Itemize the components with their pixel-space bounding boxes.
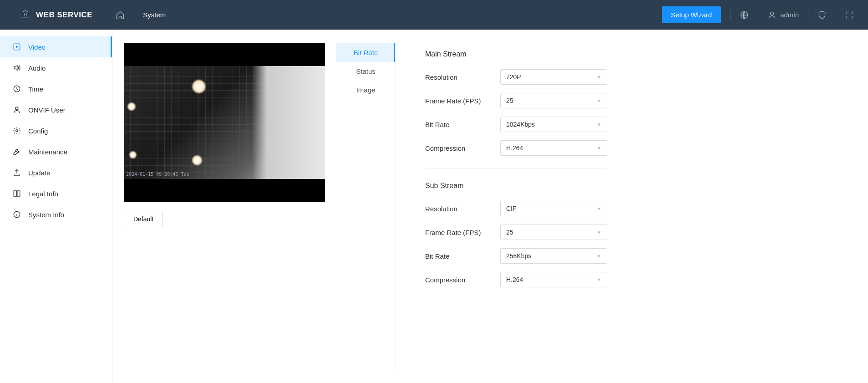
- sidebar-item-label: Legal Info: [28, 190, 58, 198]
- sidebar-item-legal[interactable]: Legal Info: [0, 183, 112, 204]
- header: WEB SERVICE System Setup Wizard admin: [0, 0, 868, 30]
- setup-wizard-button[interactable]: Setup Wizard: [662, 6, 721, 23]
- row-sub-fps: Frame Rate (FPS) 25 ▼: [425, 225, 607, 240]
- header-left: WEB SERVICE System: [20, 9, 173, 21]
- sidebar-item-onvif[interactable]: ONVIF User: [0, 99, 112, 120]
- chevron-down-icon: ▼: [597, 122, 601, 127]
- video-timestamp: 2024-01-15 09:20:46 Tue: [126, 172, 189, 177]
- wrench-icon: [13, 148, 21, 156]
- user-icon: [13, 106, 21, 114]
- sidebar-item-label: System Info: [28, 211, 64, 219]
- divider: [758, 10, 758, 20]
- select-main-resolution[interactable]: 720P ▼: [500, 69, 607, 85]
- shield-icon[interactable]: [817, 10, 827, 20]
- label-fps: Frame Rate (FPS): [425, 229, 500, 236]
- select-value: 25: [506, 97, 513, 104]
- chevron-down-icon: ▼: [597, 75, 601, 80]
- tabs-section: Bit Rate Status Image: [336, 43, 396, 369]
- default-button[interactable]: Default: [124, 211, 163, 227]
- row-sub-resolution: Resolution CIF ▼: [425, 201, 607, 216]
- select-value: H.264: [506, 144, 523, 152]
- chevron-down-icon: ▼: [597, 98, 601, 103]
- select-value: 256Kbps: [506, 252, 531, 260]
- content: 2024-01-15 09:20:46 Tue Default Bit Rate…: [112, 30, 868, 383]
- logo-text: WEB SERVICE: [36, 10, 92, 20]
- book-icon: [13, 189, 21, 198]
- divider: [808, 10, 808, 20]
- form-section: Main Stream Resolution 720P ▼ Frame Rate…: [407, 43, 625, 369]
- chevron-down-icon: ▼: [597, 277, 601, 282]
- tab-image[interactable]: Image: [336, 81, 395, 99]
- user-section[interactable]: admin: [767, 10, 799, 20]
- speaker-icon: [13, 64, 21, 72]
- select-main-bitrate[interactable]: 1024Kbps ▼: [500, 117, 607, 132]
- label-resolution: Resolution: [425, 205, 500, 213]
- tab-bitrate[interactable]: Bit Rate: [336, 43, 395, 62]
- chevron-down-icon: ▼: [597, 146, 601, 151]
- sidebar-item-label: Update: [28, 169, 50, 177]
- chevron-down-icon: ▼: [597, 206, 601, 211]
- video-feed: 2024-01-15 09:20:46 Tue: [124, 66, 325, 179]
- chevron-down-icon: ▼: [597, 230, 601, 235]
- sidebar-item-label: Time: [28, 85, 43, 93]
- header-right: Setup Wizard admin: [662, 6, 854, 23]
- sidebar-item-maintenance[interactable]: Maintenance: [0, 141, 112, 162]
- svg-point-1: [771, 12, 774, 15]
- row-main-compression: Compression H.264 ▼: [425, 140, 607, 156]
- label-fps: Frame Rate (FPS): [425, 97, 500, 105]
- row-main-fps: Frame Rate (FPS) 25 ▼: [425, 93, 607, 108]
- main-stream-title: Main Stream: [425, 50, 607, 58]
- select-value: 1024Kbps: [506, 121, 535, 128]
- logo-section: WEB SERVICE: [20, 9, 92, 21]
- select-value: 720P: [506, 73, 521, 81]
- svg-point-5: [16, 130, 18, 132]
- chevron-down-icon: ▼: [597, 254, 601, 259]
- main-layout: Video Audio Time ONVIF User Config Maint…: [0, 30, 868, 383]
- select-sub-resolution[interactable]: CIF ▼: [500, 201, 607, 216]
- sidebar-item-time[interactable]: Time: [0, 78, 112, 99]
- label-compression: Compression: [425, 144, 500, 152]
- row-main-resolution: Resolution 720P ▼: [425, 69, 607, 85]
- select-sub-compression[interactable]: H.264 ▼: [500, 272, 607, 287]
- sidebar-item-audio[interactable]: Audio: [0, 57, 112, 78]
- select-main-fps[interactable]: 25 ▼: [500, 93, 607, 108]
- row-sub-bitrate: Bit Rate 256Kbps ▼: [425, 248, 607, 264]
- upload-icon: [13, 169, 21, 177]
- video-preview: 2024-01-15 09:20:46 Tue: [124, 43, 325, 202]
- sidebar-item-update[interactable]: Update: [0, 162, 112, 183]
- select-value: H.264: [506, 276, 523, 283]
- sidebar-item-video[interactable]: Video: [0, 36, 112, 57]
- preview-section: 2024-01-15 09:20:46 Tue Default: [124, 43, 325, 369]
- globe-icon[interactable]: [740, 10, 749, 20]
- select-main-compression[interactable]: H.264 ▼: [500, 140, 607, 156]
- row-main-bitrate: Bit Rate 1024Kbps ▼: [425, 117, 607, 132]
- sidebar: Video Audio Time ONVIF User Config Maint…: [0, 30, 112, 383]
- gear-icon: [13, 127, 21, 135]
- divider: [104, 10, 104, 20]
- row-sub-compression: Compression H.264 ▼: [425, 272, 607, 287]
- tab-status[interactable]: Status: [336, 62, 395, 81]
- divider: [836, 10, 836, 20]
- sidebar-item-systeminfo[interactable]: System Info: [0, 204, 112, 225]
- sidebar-item-label: ONVIF User: [28, 106, 66, 114]
- select-sub-bitrate[interactable]: 256Kbps ▼: [500, 248, 607, 264]
- building-icon: [20, 9, 30, 21]
- select-value: CIF: [506, 205, 517, 212]
- nav-system[interactable]: System: [136, 11, 173, 19]
- sidebar-item-label: Video: [28, 43, 46, 51]
- info-icon: [13, 210, 21, 219]
- select-value: 25: [506, 229, 513, 236]
- select-sub-fps[interactable]: 25 ▼: [500, 225, 607, 240]
- svg-point-4: [15, 107, 18, 110]
- home-icon[interactable]: [116, 10, 125, 20]
- sidebar-item-label: Audio: [28, 64, 46, 72]
- divider: [425, 169, 607, 169]
- label-bitrate: Bit Rate: [425, 252, 500, 260]
- label-resolution: Resolution: [425, 73, 500, 81]
- username: admin: [780, 11, 799, 19]
- user-icon: [767, 10, 777, 20]
- fullscreen-icon[interactable]: [845, 10, 854, 20]
- label-bitrate: Bit Rate: [425, 121, 500, 128]
- divider: [730, 10, 731, 20]
- sidebar-item-config[interactable]: Config: [0, 120, 112, 141]
